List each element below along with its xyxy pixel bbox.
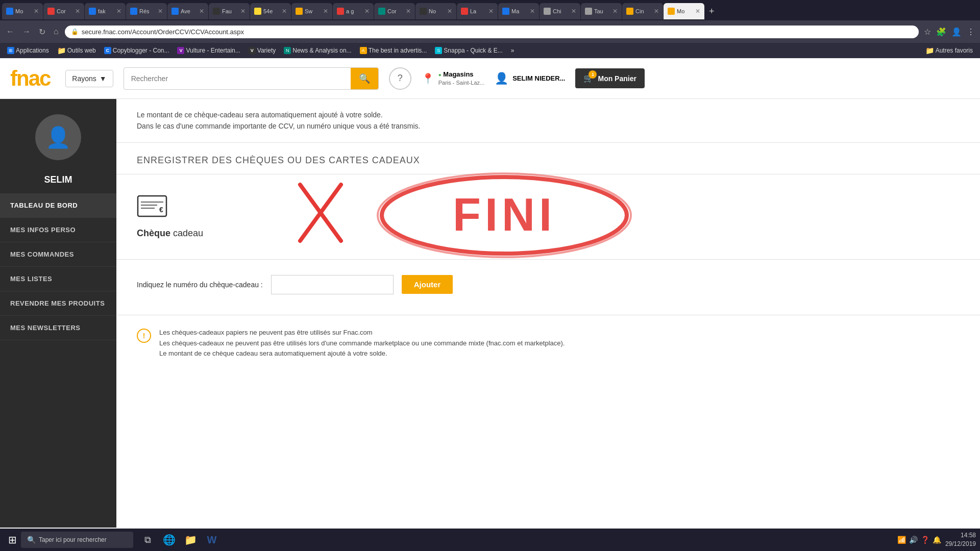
tab-close-4[interactable]: ✕ xyxy=(158,8,163,15)
tab-7[interactable]: 54e ✕ xyxy=(250,3,291,19)
tab-4[interactable]: Rés ✕ xyxy=(126,3,167,19)
cart-button[interactable]: 🛒 1 Mon Panier xyxy=(575,68,644,88)
tab-close-16[interactable]: ✕ xyxy=(654,8,659,15)
gift-card-label-rest: cadeau xyxy=(170,228,203,238)
sidebar-item-newsletters[interactable]: MES NEWSLETTERS xyxy=(0,316,116,340)
tab-14[interactable]: Chi ✕ xyxy=(540,3,580,19)
tab-favicon-14 xyxy=(544,8,551,15)
tab-label-8: Sw xyxy=(305,8,312,14)
tab-10[interactable]: Cor ✕ xyxy=(374,3,415,19)
tab-16[interactable]: Cin ✕ xyxy=(622,3,663,19)
bookmark-outils[interactable]: 📁 Outils web xyxy=(54,45,99,56)
tab-close-11[interactable]: ✕ xyxy=(447,8,452,15)
tab-close-14[interactable]: ✕ xyxy=(571,8,576,15)
toolbar-actions: ☆ 🧩 👤 ⋮ xyxy=(923,26,976,38)
home-button[interactable]: ⌂ xyxy=(52,26,61,37)
search-input[interactable] xyxy=(124,69,351,88)
rayons-nav[interactable]: Rayons ▼ xyxy=(65,70,113,87)
tab-favicon-11 xyxy=(420,8,427,15)
tab-favicon-12 xyxy=(461,8,468,15)
bookmark-vulture-label: Vulture - Entertain... xyxy=(186,47,240,54)
avatar: 👤 xyxy=(35,114,81,160)
tab-13[interactable]: Ma ✕ xyxy=(498,3,539,19)
sidebar-item-tableau[interactable]: TABLEAU DE BORD xyxy=(0,193,116,218)
tab-favicon-17 xyxy=(668,8,675,15)
sidebar-item-commandes[interactable]: MES COMMANDES xyxy=(0,242,116,267)
store-selector[interactable]: 📍 ● Magasins Paris - Saint-Laz... xyxy=(422,70,484,86)
bookmark-copyblogger[interactable]: C Copyblogger - Con... xyxy=(101,46,173,55)
browser-toolbar: ← → ↻ ⌂ 🔒 secure.fnac.com/Account/OrderC… xyxy=(0,20,980,43)
tab-17-active[interactable]: Mo ✕ xyxy=(664,3,704,19)
tab-15[interactable]: Tau ✕ xyxy=(581,3,622,19)
url-text: secure.fnac.com/Account/OrderCCV/CCVAcco… xyxy=(82,28,913,36)
tab-3[interactable]: fak ✕ xyxy=(85,3,126,19)
tab-1[interactable]: Mo ✕ xyxy=(2,3,43,19)
bookmark-star-icon[interactable]: ☆ xyxy=(923,26,932,38)
bookmark-news-label: News & Analysis on... xyxy=(292,47,351,54)
tab-label-13: Ma xyxy=(511,8,519,14)
tab-close-1[interactable]: ✕ xyxy=(34,8,39,15)
bookmark-vulture[interactable]: V Vulture - Entertain... xyxy=(174,46,243,55)
tab-9[interactable]: a g ✕ xyxy=(333,3,374,19)
refresh-button[interactable]: ↻ xyxy=(37,26,47,38)
bookmark-apps[interactable]: ⊞ Applications xyxy=(4,46,52,55)
warning-line-1: Les chèques-cadeaux papiers ne peuvent p… xyxy=(159,328,565,338)
cheque-number-input[interactable] xyxy=(271,275,394,294)
tab-6[interactable]: Fau ✕ xyxy=(209,3,250,19)
tab-label-14: Chi xyxy=(553,8,561,14)
bookmark-more[interactable]: » xyxy=(508,46,518,55)
sidebar: 👤 SELIM TABLEAU DE BORD MES INFOS PERSO … xyxy=(0,99,116,528)
bookmark-adv-label: The best in advertis... xyxy=(369,47,427,54)
warning-line-3: Le montant de ce chèque cadeau sera auto… xyxy=(159,348,565,359)
user-profile-icon[interactable]: 👤 xyxy=(950,26,963,38)
bookmark-adv[interactable]: A The best in advertis... xyxy=(357,46,430,55)
page-content: fnac Rayons ▼ 🔍 ? 📍 ● Magasins Paris - S… xyxy=(0,58,980,528)
tab-close-13[interactable]: ✕ xyxy=(530,8,535,15)
tab-2[interactable]: Cor ✕ xyxy=(43,3,84,19)
main-content: Le montant de ce chèque-cadeau sera auto… xyxy=(116,99,980,528)
bookmark-news[interactable]: N News & Analysis on... xyxy=(281,46,354,55)
sidebar-item-listes[interactable]: MES LISTES xyxy=(0,267,116,291)
tab-close-3[interactable]: ✕ xyxy=(116,8,121,15)
bookmark-autres[interactable]: 📁 Autres favoris xyxy=(922,45,976,56)
tab-close-7[interactable]: ✕ xyxy=(282,8,287,15)
tab-close-12[interactable]: ✕ xyxy=(488,8,494,15)
info-banner: Le montant de ce chèque-cadeau sera auto… xyxy=(116,99,980,143)
tab-label-7: 54e xyxy=(263,8,273,14)
forward-button[interactable]: → xyxy=(20,26,33,37)
extensions-icon[interactable]: 🧩 xyxy=(935,26,947,38)
search-bar[interactable]: 🔍 xyxy=(124,67,379,90)
search-button[interactable]: 🔍 xyxy=(351,68,378,89)
tab-label-10: Cor xyxy=(387,8,397,14)
ajouter-button[interactable]: Ajouter xyxy=(402,275,453,294)
bookmark-variety[interactable]: V Variety xyxy=(246,46,279,55)
warning-text: Les chèques-cadeaux papiers ne peuvent p… xyxy=(159,328,565,359)
tab-close-8[interactable]: ✕ xyxy=(323,8,328,15)
tab-close-10[interactable]: ✕ xyxy=(406,8,411,15)
user-menu[interactable]: 👤 SELIM NIEDER... xyxy=(495,72,565,85)
tab-11[interactable]: No ✕ xyxy=(415,3,456,19)
sidebar-item-revendre[interactable]: REVENDRE MES PRODUITS xyxy=(0,291,116,316)
sidebar-item-infos-perso[interactable]: MES INFOS PERSO xyxy=(0,218,116,242)
cart-badge: 1 xyxy=(589,70,597,79)
tab-close-2[interactable]: ✕ xyxy=(75,8,80,15)
bookmark-snappa[interactable]: S Snappa - Quick & E... xyxy=(432,46,505,55)
tab-close-15[interactable]: ✕ xyxy=(612,8,618,15)
tab-close-6[interactable]: ✕ xyxy=(240,8,246,15)
tab-close-5[interactable]: ✕ xyxy=(199,8,204,15)
tab-close-9[interactable]: ✕ xyxy=(364,8,370,15)
user-icon: 👤 xyxy=(495,72,508,85)
help-button[interactable]: ? xyxy=(389,67,411,90)
tab-8[interactable]: Sw ✕ xyxy=(291,3,332,19)
tab-5[interactable]: Ave ✕ xyxy=(167,3,208,19)
folder-icon-1: 📁 xyxy=(57,46,66,55)
svg-text:€: € xyxy=(159,206,163,214)
tab-12[interactable]: La ✕ xyxy=(457,3,498,19)
back-button[interactable]: ← xyxy=(4,26,16,37)
warning-line-2: Les chèques-cadeaux ne peuvent pas être … xyxy=(159,338,565,349)
address-bar[interactable]: 🔒 secure.fnac.com/Account/OrderCCV/CCVAc… xyxy=(65,26,919,38)
more-bookmarks-icon: » xyxy=(511,47,514,54)
new-tab-button[interactable]: + xyxy=(705,6,719,17)
tab-close-17[interactable]: ✕ xyxy=(695,8,700,15)
menu-icon[interactable]: ⋮ xyxy=(966,26,976,38)
